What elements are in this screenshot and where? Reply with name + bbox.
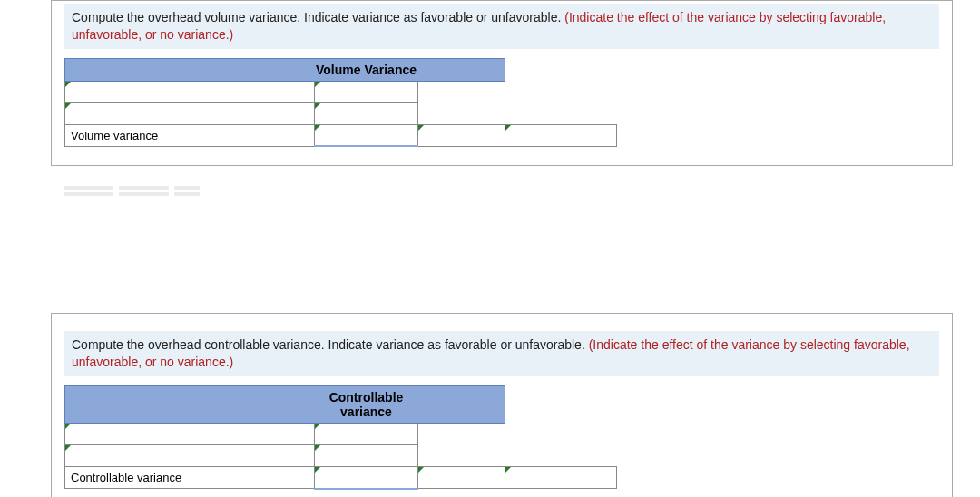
c-row1-value1-input[interactable] <box>315 424 418 445</box>
volume-result-flag1[interactable] <box>418 124 505 146</box>
volume-result-flag2[interactable] <box>505 124 617 146</box>
c-row2-value1-input[interactable] <box>315 445 418 467</box>
table-header-volume: Volume Variance <box>315 58 418 81</box>
gap-spacer <box>0 177 980 313</box>
controllable-result-flag2[interactable] <box>505 467 617 489</box>
instruction-text: Compute the overhead volume variance. In… <box>72 10 564 24</box>
volume-variance-row-label: Volume variance <box>65 124 315 146</box>
c-row2-label-input[interactable] <box>65 445 315 467</box>
controllable-result-value[interactable] <box>315 467 418 489</box>
smudge-marks <box>64 186 201 196</box>
controllable-variance-row-label: Controllable variance <box>65 467 315 489</box>
volume-result-value[interactable] <box>315 124 418 146</box>
row2-label-input[interactable] <box>65 102 315 124</box>
controllable-variance-panel: Compute the overhead controllable varian… <box>51 313 953 497</box>
c-row1-label-input[interactable] <box>65 424 315 445</box>
row1-value1-input[interactable] <box>315 81 418 102</box>
controllable-result-flag1[interactable] <box>418 467 505 489</box>
volume-variance-table: Volume Variance Volume variance <box>64 58 617 148</box>
volume-variance-panel: Compute the overhead volume variance. In… <box>51 0 953 166</box>
instruction-bar-controllable: Compute the overhead controllable varian… <box>64 331 939 376</box>
instruction-bar-volume: Compute the overhead volume variance. In… <box>64 4 939 49</box>
instruction-text: Compute the overhead controllable varian… <box>72 337 589 352</box>
row1-label-input[interactable] <box>65 81 315 102</box>
row2-value1-input[interactable] <box>315 102 418 124</box>
controllable-variance-table: Controllable variance Controllable varia… <box>64 385 617 490</box>
table-header-controllable: Controllable variance <box>315 386 418 424</box>
